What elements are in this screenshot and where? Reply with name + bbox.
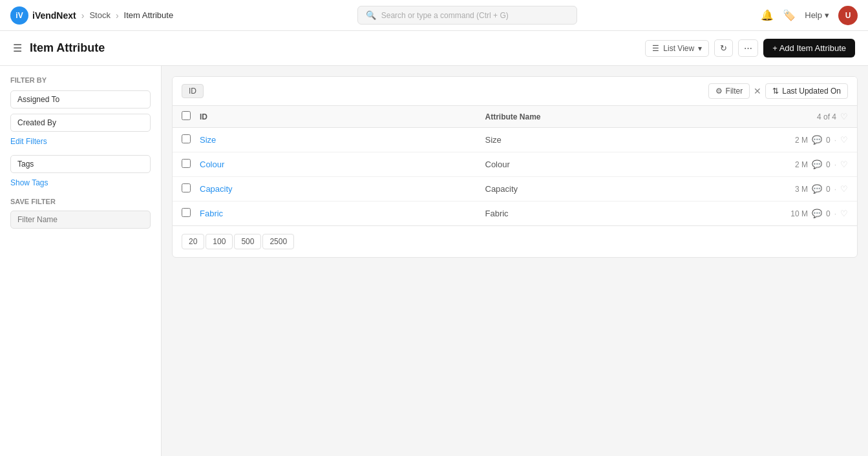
- heart-icon-3[interactable]: ♡: [840, 184, 848, 194]
- sort-icon: ⇅: [772, 87, 779, 96]
- page-title: Item Attribute: [30, 41, 105, 55]
- page: ☰ Item Attribute ☰ List View ▾ ↻ ⋯ + Add…: [0, 31, 868, 456]
- row-id-2[interactable]: Colour: [200, 160, 485, 169]
- table-row[interactable]: Size Size 2 M 💬 0 · ♡: [173, 128, 857, 152]
- chevron-down-icon: ▾: [698, 44, 702, 53]
- time-ago-4: 10 M: [790, 209, 808, 218]
- header-checkbox-cell: [182, 111, 200, 122]
- table-row[interactable]: Capacity Capacity 3 M 💬 0 · ♡: [173, 177, 857, 202]
- add-item-attribute-button[interactable]: + Add Item Attribute: [763, 39, 855, 57]
- edit-filters-link[interactable]: Edit Filters: [10, 137, 151, 146]
- search-placeholder: Search or type a command (Ctrl + G): [381, 11, 509, 20]
- comment-count-2: 0: [826, 160, 831, 169]
- row-actions-2: 2 M 💬 0 · ♡: [770, 160, 848, 169]
- table-header: ID Attribute Name 4 of 4 ♡: [173, 106, 857, 128]
- heart-icon-1[interactable]: ♡: [840, 135, 848, 145]
- header-actions: 4 of 4 ♡: [770, 112, 848, 121]
- heart-icon-4[interactable]: ♡: [840, 209, 848, 218]
- list-container: ID ⚙ Filter ✕ ⇅ Last Updated On: [172, 76, 858, 258]
- created-by-select[interactable]: Created By: [10, 114, 151, 132]
- row-checkbox-1[interactable]: [182, 134, 191, 143]
- more-button[interactable]: ⋯: [738, 39, 758, 57]
- row-actions-1: 2 M 💬 0 · ♡: [770, 135, 848, 145]
- save-filter-label: Save Filter: [10, 198, 151, 205]
- breadcrumb-stock[interactable]: Stock: [89, 10, 111, 20]
- nav-center: 🔍 Search or type a command (Ctrl + G): [173, 6, 761, 25]
- row-id-3[interactable]: Capacity: [200, 184, 485, 194]
- page-size-20[interactable]: 20: [182, 234, 204, 249]
- list-view-button[interactable]: ☰ List View ▾: [645, 40, 709, 57]
- page-size-2500[interactable]: 2500: [262, 234, 294, 249]
- row-id-1[interactable]: Size: [200, 135, 485, 145]
- table-row[interactable]: Fabric Fabric 10 M 💬 0 · ♡: [173, 202, 857, 225]
- header-attribute-name: Attribute Name: [485, 112, 771, 121]
- comment-count-4: 0: [826, 209, 831, 218]
- row-checkbox-3[interactable]: [182, 183, 191, 192]
- pagination: 20 100 500 2500: [173, 225, 857, 257]
- list-view-icon: ☰: [652, 44, 659, 53]
- search-bar[interactable]: 🔍 Search or type a command (Ctrl + G): [357, 6, 577, 25]
- filter-icon: ⚙: [715, 87, 723, 96]
- hamburger-icon[interactable]: ☰: [13, 42, 22, 54]
- row-checkbox-cell-3: [182, 183, 200, 194]
- row-name-3: Capacity: [485, 184, 771, 194]
- nav-left: iV iVendNext › Stock › Item Attribute: [10, 6, 173, 25]
- row-checkbox-cell-1: [182, 134, 200, 145]
- list-view-label: List View: [663, 44, 694, 53]
- breadcrumb-sep-1: ›: [81, 10, 85, 21]
- sort-button[interactable]: ⇅ Last Updated On: [765, 83, 848, 99]
- header-id: ID: [200, 112, 485, 121]
- logo[interactable]: iV iVendNext: [10, 6, 76, 25]
- row-checkbox-4[interactable]: [182, 208, 191, 217]
- list-panel: ID ⚙ Filter ✕ ⇅ Last Updated On: [162, 66, 868, 456]
- time-ago-3: 3 M: [795, 185, 808, 194]
- comment-count-3: 0: [826, 185, 831, 194]
- close-filter-icon[interactable]: ✕: [754, 86, 761, 96]
- sidebar: Filter By Assigned To Created By Edit Fi…: [0, 66, 162, 456]
- page-header-left: ☰ Item Attribute: [13, 41, 105, 55]
- row-id-4[interactable]: Fabric: [200, 209, 485, 218]
- avatar[interactable]: U: [838, 6, 858, 25]
- page-header: ☰ Item Attribute ☰ List View ▾ ↻ ⋯ + Add…: [0, 31, 868, 66]
- row-name-2: Colour: [485, 160, 771, 169]
- comment-icon-2: 💬: [812, 160, 822, 169]
- id-filter-tag[interactable]: ID: [182, 84, 204, 98]
- nav-right: 🔔 🏷️ Help ▾ U: [761, 6, 858, 25]
- filter-label: Filter: [726, 87, 743, 96]
- page-size-100[interactable]: 100: [206, 234, 233, 249]
- filter-by-label: Filter By: [10, 76, 151, 84]
- tags-select[interactable]: Tags: [10, 155, 151, 173]
- table-rows: Size Size 2 M 💬 0 · ♡: [173, 128, 857, 225]
- row-checkbox-cell-2: [182, 159, 200, 170]
- filter-name-input[interactable]: [10, 211, 151, 229]
- refresh-button[interactable]: ↻: [714, 39, 733, 57]
- search-icon: 🔍: [366, 10, 376, 20]
- row-checkbox-2[interactable]: [182, 159, 191, 168]
- row-name-1: Size: [485, 135, 771, 145]
- page-header-right: ☰ List View ▾ ↻ ⋯ + Add Item Attribute: [645, 39, 855, 57]
- filter-button[interactable]: ⚙ Filter: [708, 83, 750, 99]
- table-row[interactable]: Colour Colour 2 M 💬 0 · ♡: [173, 152, 857, 177]
- bell-icon[interactable]: 🔔: [761, 9, 774, 21]
- select-all-checkbox[interactable]: [182, 111, 191, 120]
- breadcrumb-current: Item Attribute: [124, 10, 174, 20]
- time-ago-2: 2 M: [795, 160, 808, 169]
- time-ago-1: 2 M: [795, 136, 808, 145]
- breadcrumb-sep-2: ›: [116, 10, 119, 21]
- comment-icon-3: 💬: [812, 184, 822, 194]
- sort-label: Last Updated On: [782, 87, 841, 96]
- assigned-to-select[interactable]: Assigned To: [10, 90, 151, 109]
- tag-icon[interactable]: 🏷️: [783, 9, 796, 21]
- page-size-500[interactable]: 500: [234, 234, 261, 249]
- comment-icon-4: 💬: [812, 209, 822, 218]
- row-actions-4: 10 M 💬 0 · ♡: [770, 209, 848, 218]
- comment-icon-1: 💬: [812, 135, 822, 145]
- logo-icon: iV: [10, 6, 28, 25]
- show-tags-link[interactable]: Show Tags: [10, 178, 151, 187]
- row-actions-3: 3 M 💬 0 · ♡: [770, 184, 848, 194]
- comment-count-1: 0: [826, 136, 831, 145]
- count-badge: 4 of 4: [817, 112, 836, 121]
- help-button[interactable]: Help ▾: [805, 10, 829, 20]
- header-heart-icon: ♡: [840, 112, 848, 121]
- heart-icon-2[interactable]: ♡: [840, 160, 848, 169]
